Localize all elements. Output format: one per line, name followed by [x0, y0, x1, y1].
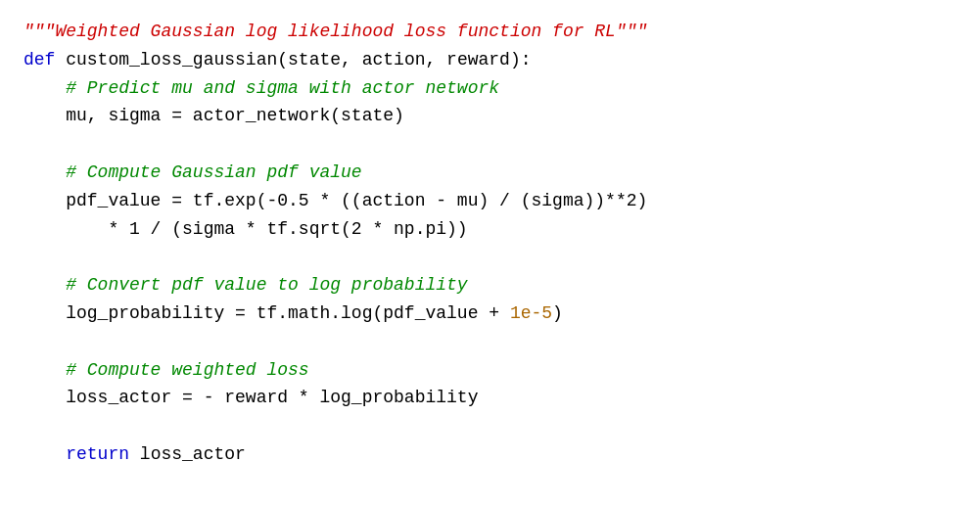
code-token: return: [66, 444, 129, 464]
code-token: ): [552, 303, 563, 323]
code-line: mu, sigma = actor_network(state): [23, 102, 957, 130]
code-line: [23, 412, 957, 440]
code-token: """Weighted Gaussian log likelihood loss…: [23, 22, 647, 41]
code-block: """Weighted Gaussian log likelihood loss…: [0, 0, 980, 508]
code-line: loss_actor = - reward * log_probability: [23, 384, 957, 412]
code-line: [23, 328, 957, 356]
code-token: 1e-5: [510, 303, 552, 323]
code-token: loss_actor: [129, 444, 246, 464]
code-token: # Convert pdf value to log probability: [23, 275, 468, 295]
code-line: # Convert pdf value to log probability: [23, 271, 957, 300]
code-token: loss_actor = - reward * log_probability: [23, 388, 478, 407]
code-token: custom_loss_gaussian: [66, 50, 277, 69]
code-token: log_probability = tf.math.log(pdf_value …: [23, 303, 510, 323]
code-token: # Predict mu and sigma with actor networ…: [23, 78, 499, 98]
code-line: # Compute weighted loss: [23, 356, 957, 385]
code-line: pdf_value = tf.exp(-0.5 * ((action - mu)…: [23, 187, 957, 215]
code-line: log_probability = tf.math.log(pdf_value …: [23, 300, 957, 328]
code-line: def custom_loss_gaussian(state, action, …: [23, 46, 957, 74]
code-token: pdf_value = tf.exp(-0.5 * ((action - mu)…: [23, 191, 647, 210]
code-token: def: [23, 50, 66, 69]
code-line: [23, 243, 957, 271]
code-line: """Weighted Gaussian log likelihood loss…: [23, 18, 957, 46]
code-token: mu, sigma = actor_network(state): [23, 106, 404, 125]
code-token: * 1 / (sigma * tf.sqrt(2 * np.pi)): [23, 219, 468, 239]
code-token: # Compute weighted loss: [23, 360, 309, 380]
code-line: * 1 / (sigma * tf.sqrt(2 * np.pi)): [23, 215, 957, 244]
code-line: # Compute Gaussian pdf value: [23, 159, 957, 187]
code-line: [23, 130, 957, 159]
code-token: # Compute Gaussian pdf value: [23, 162, 362, 182]
code-line: # Predict mu and sigma with actor networ…: [23, 74, 957, 103]
code-token: (state, action, reward):: [277, 50, 531, 69]
code-line: return loss_actor: [23, 440, 957, 469]
code-token: [23, 444, 66, 464]
